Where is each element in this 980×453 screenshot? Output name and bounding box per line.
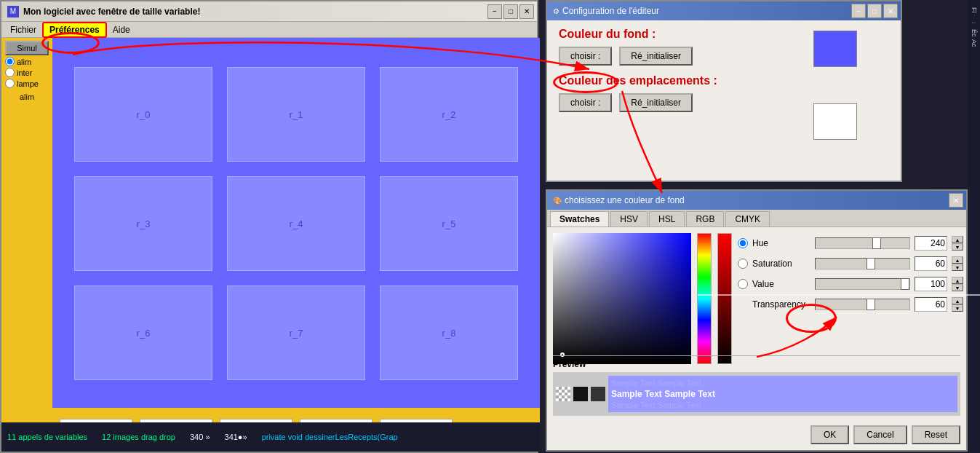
- picker-close-button[interactable]: ✕: [949, 193, 963, 208]
- far-right-panel: Fi ← Éc Ac: [968, 0, 980, 453]
- close-button[interactable]: ✕: [519, 4, 534, 19]
- far-right-label-2: Éc: [971, 29, 978, 37]
- tab-swatches[interactable]: Swatches: [550, 211, 609, 227]
- radio-group: alim inter lampe: [5, 57, 49, 88]
- menu-fichier[interactable]: Fichier: [4, 23, 42, 36]
- config-titlebar: ⚙ Configuration de l'éditeur − □ ✕: [547, 1, 901, 20]
- alpha-strip[interactable]: [717, 233, 732, 364]
- reset-button[interactable]: Reset: [912, 425, 960, 444]
- config-title: Configuration de l'éditeur: [562, 6, 659, 16]
- rect-r1: r_1: [227, 67, 365, 162]
- hue-label: Hue: [752, 238, 810, 248]
- choisir-button[interactable]: choisir :: [559, 47, 612, 66]
- transparency-spin-up[interactable]: ▲: [952, 297, 963, 304]
- saturation-label: Saturation: [752, 259, 810, 269]
- radio-inter[interactable]: inter: [5, 68, 49, 77]
- tab-rgb[interactable]: RGB: [686, 211, 724, 227]
- config-close-button[interactable]: ✕: [883, 4, 898, 18]
- saturation-radio[interactable]: [738, 259, 748, 269]
- hue-spin-up[interactable]: ▲: [952, 236, 963, 243]
- saturation-slider[interactable]: [815, 258, 910, 269]
- far-right-label-1: Fi: [971, 7, 978, 13]
- preview-text-area: Sample Text Sample Text Sample Text Samp…: [608, 376, 957, 412]
- reinit2-button[interactable]: Ré_initialiser: [619, 93, 693, 112]
- tab-cmyk[interactable]: CMYK: [725, 211, 770, 227]
- transparency-label: Transparency: [752, 299, 810, 310]
- rect-r5: r_5: [380, 176, 518, 271]
- menu-preferences[interactable]: Préférences: [42, 22, 107, 38]
- picker-titlebar: 🎨 choisissez une couleur de fond ✕: [547, 191, 966, 210]
- hue-spin-down[interactable]: ▼: [952, 243, 963, 251]
- saturation-row: Saturation 60 ▲ ▼: [738, 256, 963, 271]
- tab-hsv[interactable]: HSV: [610, 211, 648, 227]
- preview-dark-box: [591, 387, 605, 401]
- config-window-controls: − □ ✕: [851, 4, 898, 18]
- sidebar: Simul alim inter lampe alim: [1, 38, 52, 452]
- rect-r0: r_0: [74, 67, 212, 162]
- picker-title: choisissez une couleur de fond: [565, 195, 685, 205]
- app-window: M Mon logiciel avec fenêtre de taille va…: [0, 0, 538, 453]
- preview-text-1: Sample Text Sample Text: [611, 379, 955, 387]
- saturation-spin-down[interactable]: ▼: [952, 264, 963, 271]
- sidebar-alim-label: alim: [20, 92, 34, 101]
- rect-r4: r_4: [227, 176, 365, 271]
- color-gradient-box[interactable]: [553, 233, 691, 364]
- minimize-button[interactable]: −: [487, 4, 502, 19]
- value-label: Value: [752, 279, 810, 289]
- status-variables: 11 appels de variables: [7, 433, 87, 441]
- rect-r2: r_2: [380, 67, 518, 162]
- radio-alim[interactable]: alim: [5, 57, 49, 66]
- canvas-area: r_0 r_1 r_2 r_3 r_4 r_5 r_6 r_7 r_8: [52, 38, 540, 409]
- value-radio[interactable]: [738, 279, 748, 289]
- far-right-label-3: Ac: [971, 39, 978, 47]
- transparency-slider[interactable]: [815, 299, 910, 310]
- menu-aide[interactable]: Aide: [107, 23, 136, 36]
- radio-lampe[interactable]: lampe: [5, 79, 49, 88]
- preview-text-2: Sample Text Sample Text: [611, 389, 955, 399]
- reinit-button[interactable]: Ré_initialiser: [619, 47, 693, 66]
- config-maximize-button[interactable]: □: [867, 4, 882, 18]
- cancel-button[interactable]: Cancel: [853, 425, 907, 444]
- app-icon: M: [7, 6, 19, 17]
- app-title: Mon logiciel avec fenêtre de taille vari…: [23, 7, 200, 17]
- hue-slider[interactable]: [815, 237, 910, 249]
- maximize-button[interactable]: □: [503, 4, 518, 19]
- tab-hsl[interactable]: HSL: [649, 211, 685, 227]
- picker-window-controls: ✕: [949, 193, 963, 208]
- status-code: private void dessinerLesRecepts(Grap: [262, 433, 398, 441]
- transparency-spinner: ▲ ▼: [952, 297, 963, 312]
- config-minimize-button[interactable]: −: [851, 4, 866, 18]
- picker-tabs: Swatches HSV HSL RGB CMYK: [547, 210, 966, 227]
- preview-checker-1: [556, 387, 570, 401]
- hue-strip[interactable]: [697, 233, 712, 364]
- choisir2-button[interactable]: choisir :: [559, 93, 612, 112]
- transparency-spin-down[interactable]: ▼: [952, 304, 963, 312]
- rect-grid: r_0 r_1 r_2 r_3 r_4 r_5 r_6 r_7 r_8: [52, 38, 540, 409]
- color-picker-dialog: 🎨 choisissez une couleur de fond ✕ Swatc…: [546, 189, 968, 452]
- saturation-spin-up[interactable]: ▲: [952, 256, 963, 264]
- preview-content: Sample Text Sample Text Sample Text Samp…: [553, 372, 960, 416]
- value-spinner: ▲ ▼: [952, 277, 963, 291]
- app-titlebar: M Mon logiciel avec fenêtre de taille va…: [1, 1, 537, 22]
- saturation-value: 60: [915, 256, 947, 271]
- app-window-controls: − □ ✕: [487, 4, 534, 19]
- hue-spinner: ▲ ▼: [952, 236, 963, 251]
- rect-r3: r_3: [74, 176, 212, 271]
- value-value: 100: [915, 277, 947, 291]
- value-spin-down[interactable]: ▼: [952, 284, 963, 291]
- section2-title: Couleur des emplacements :: [559, 74, 889, 87]
- rect-r7: r_7: [227, 285, 365, 380]
- far-right-arrow[interactable]: ←: [971, 19, 977, 26]
- simul-button[interactable]: Simul: [5, 41, 49, 55]
- hue-value: 240: [915, 236, 947, 251]
- value-spin-up[interactable]: ▲: [952, 277, 963, 284]
- hue-row: Hue 240 ▲ ▼: [738, 236, 963, 251]
- transparency-value: 60: [915, 297, 947, 312]
- status-line-num2: 341●»: [225, 433, 247, 441]
- status-bar: 11 appels de variables 12 images drag dr…: [1, 422, 540, 452]
- preview-label: Preview: [553, 355, 960, 369]
- value-slider[interactable]: [815, 278, 910, 290]
- ok-button[interactable]: OK: [810, 425, 849, 444]
- hue-radio[interactable]: [738, 238, 748, 248]
- saturation-spinner: ▲ ▼: [952, 256, 963, 271]
